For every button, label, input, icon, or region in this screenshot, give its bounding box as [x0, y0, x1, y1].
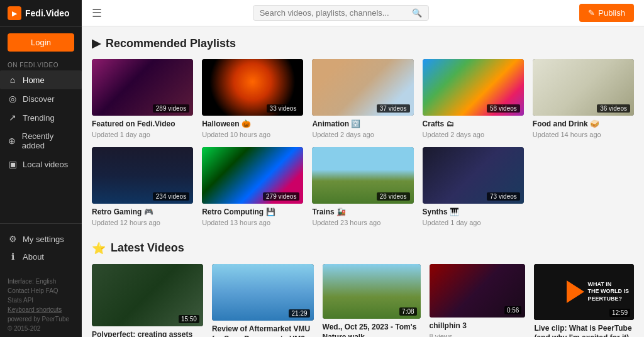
- publish-icon: ✎: [588, 8, 595, 18]
- nav-icon-local-videos: ▣: [8, 159, 18, 169]
- playlist-name-synths: Synths 🎹: [423, 207, 524, 218]
- playlist-card-retrogaming[interactable]: 234 videos Retro Gaming 🎮 Updated 12 hou…: [92, 147, 193, 226]
- playlist-grid: 289 videos Featured on Fedi.Video Update…: [92, 59, 634, 226]
- playlist-card-animation[interactable]: 37 videos Animation 🈳 Updated 2 days ago: [312, 59, 413, 138]
- footer-line4: powered by PeerTube © 2015-202: [8, 314, 74, 333]
- video-card-polyperfect[interactable]: 15:50 Polyperfect: creating assets for a…: [92, 264, 203, 337]
- playlist-thumb-featured: 289 videos: [92, 59, 193, 116]
- playlist-updated-trains: Updated 23 hours ago: [312, 219, 413, 226]
- app-name: Fedi.Video: [25, 8, 70, 18]
- playlist-thumb-trains: 28 videos: [312, 147, 413, 204]
- sidebar-item-recently-added[interactable]: ⊕Recently added: [0, 127, 82, 155]
- playlist-count-featured: 289 videos: [153, 104, 189, 113]
- main-content: ☰ 🔍 ✎ Publish ▶ Recommended Playlists 28…: [82, 0, 644, 337]
- video-card-nature[interactable]: 7:08 Wed., Oct 25, 2023 - Tom's Nature w…: [323, 264, 421, 337]
- login-button[interactable]: Login: [8, 33, 74, 52]
- playlist-card-synths[interactable]: 73 videos Synths 🎹 Updated 1 day ago: [423, 147, 524, 226]
- playlist-updated-animation: Updated 2 days ago: [312, 131, 413, 138]
- topbar: ☰ 🔍 ✎ Publish: [82, 0, 644, 26]
- nav-label-trending: Trending: [23, 113, 55, 123]
- playlist-count-food: 36 videos: [597, 104, 630, 113]
- video-card-peertube[interactable]: WHAT INTHE WORLD ISPEERTUBE? 12:59 Live …: [534, 264, 634, 337]
- playlist-updated-crafts: Updated 2 days ago: [423, 131, 524, 138]
- playlist-thumb-synths: 73 videos: [423, 147, 524, 204]
- playlist-count-animation: 37 videos: [377, 104, 410, 113]
- footer-line1: Interface: English: [8, 277, 74, 286]
- recommended-playlists-title: Recommended Playlists: [106, 37, 236, 50]
- menu-icon[interactable]: ☰: [92, 6, 102, 20]
- playlist-name-trains: Trains 🚂: [312, 207, 413, 218]
- video-duration-peertube: 12:59: [609, 309, 630, 317]
- playlist-name-featured: Featured on Fedi.Video: [92, 119, 193, 130]
- playlist-thumb-retrocomputing: 279 videos: [202, 147, 303, 204]
- playlist-updated-retrocomputing: Updated 13 hours ago: [202, 219, 303, 226]
- playlist-count-crafts: 58 videos: [487, 104, 520, 113]
- playlist-count-halloween: 33 videos: [267, 104, 300, 113]
- sidebar-item-local-videos[interactable]: ▣Local videos: [0, 155, 82, 174]
- nav-icon-home: ⌂: [8, 75, 18, 85]
- playlist-card-trains[interactable]: 28 videos Trains 🚂 Updated 23 hours ago: [312, 147, 413, 226]
- playlist-name-retrocomputing: Retro Computing 💾: [202, 207, 303, 218]
- footer-line3[interactable]: Keyboard shortcuts: [8, 305, 74, 314]
- search-input[interactable]: [260, 8, 408, 18]
- playlist-thumb-retrogaming: 234 videos: [92, 147, 193, 204]
- sidebar-nav: ⌂Home◎Discover↗Trending⊕Recently added▣L…: [0, 70, 82, 174]
- nav-label-home: Home: [23, 75, 45, 85]
- nav-icon-discover: ◎: [8, 94, 18, 104]
- sidebar-bottom-nav: ⚙My settingsℹAbout: [8, 230, 74, 265]
- publish-button[interactable]: ✎ Publish: [579, 4, 634, 22]
- app-logo[interactable]: ▶ Fedi.Video: [0, 0, 82, 27]
- sidebar: ▶ Fedi.Video Login ON FEDI.VIDEO ⌂Home◎D…: [0, 0, 82, 337]
- sidebar-item-discover[interactable]: ◎Discover: [0, 89, 82, 108]
- video-thumb-dreamcast: 21:29: [212, 264, 314, 321]
- search-bar: 🔍: [253, 5, 429, 21]
- nav-icon-recently-added: ⊕: [8, 136, 17, 146]
- bottom-icon-about: ℹ: [8, 251, 18, 262]
- video-card-chilli[interactable]: 0:56 chillphin 3 8 views joe_channel@gre…: [430, 264, 526, 337]
- playlist-card-retrocomputing[interactable]: 279 videos Retro Computing 💾 Updated 13 …: [202, 147, 303, 226]
- video-title-chilli: chillphin 3: [430, 321, 526, 331]
- latest-videos-title: Latest Videos: [111, 241, 184, 255]
- content-area: ▶ Recommended Playlists 289 videos Featu…: [82, 26, 644, 337]
- playlist-name-crafts: Crafts 🗂: [423, 119, 524, 130]
- recommended-playlists-heading: ▶ Recommended Playlists: [92, 36, 634, 50]
- play-icon: ▶: [92, 36, 101, 50]
- playlist-updated-retrogaming: Updated 12 hours ago: [92, 219, 193, 226]
- sidebar-item-about[interactable]: ℹAbout: [8, 248, 74, 265]
- playlist-name-food: Food and Drink 🥪: [533, 119, 634, 130]
- playlist-card-food[interactable]: 36 videos Food and Drink 🥪 Updated 14 ho…: [533, 59, 634, 138]
- search-icon[interactable]: 🔍: [412, 8, 422, 18]
- footer-line2: Contact Help FAQ Stats API: [8, 286, 74, 305]
- video-duration-chilli: 0:56: [504, 306, 521, 314]
- playlist-count-retrogaming: 234 videos: [153, 192, 189, 201]
- sidebar-item-trending[interactable]: ↗Trending: [0, 108, 82, 127]
- star-icon: ⭐: [92, 241, 106, 255]
- playlist-card-featured[interactable]: 289 videos Featured on Fedi.Video Update…: [92, 59, 193, 138]
- playlist-count-retrocomputing: 279 videos: [263, 192, 299, 201]
- playlist-updated-synths: Updated 1 day ago: [423, 219, 524, 226]
- playlist-thumb-food: 36 videos: [533, 59, 634, 116]
- video-card-dreamcast[interactable]: 21:29 Review of Aftermarket VMU for Sega…: [212, 264, 314, 337]
- logo-icon: ▶: [8, 6, 21, 20]
- playlist-thumb-animation: 37 videos: [312, 59, 413, 116]
- video-thumb-chilli: 0:56: [430, 264, 526, 318]
- playlist-card-crafts[interactable]: 58 videos Crafts 🗂 Updated 2 days ago: [423, 59, 524, 138]
- sidebar-footer: Interface: English Contact Help FAQ Stat…: [0, 272, 82, 337]
- nav-label-discover: Discover: [23, 94, 55, 104]
- playlist-name-halloween: Halloween 🎃: [202, 119, 303, 130]
- playlist-card-halloween[interactable]: 33 videos Halloween 🎃 Updated 10 hours a…: [202, 59, 303, 138]
- sidebar-item-my-settings[interactable]: ⚙My settings: [8, 230, 74, 248]
- sidebar-item-home[interactable]: ⌂Home: [0, 70, 82, 89]
- latest-videos-heading: ⭐ Latest Videos: [92, 241, 634, 255]
- nav-label-local-videos: Local videos: [23, 160, 68, 169]
- video-thumb-peertube: WHAT INTHE WORLD ISPEERTUBE? 12:59: [534, 264, 634, 320]
- sidebar-bottom: ⚙My settingsℹAbout: [0, 223, 82, 272]
- video-grid: 15:50 Polyperfect: creating assets for a…: [92, 264, 634, 337]
- sidebar-section-label: ON FEDI.VIDEO: [0, 58, 82, 70]
- playlist-thumb-crafts: 58 videos: [423, 59, 524, 116]
- video-title-nature: Wed., Oct 25, 2023 - Tom's Nature walk: [323, 323, 421, 337]
- nav-label-recently-added: Recently added: [22, 131, 74, 150]
- video-duration-polyperfect: 15:50: [179, 315, 199, 323]
- publish-label: Publish: [598, 8, 625, 18]
- video-thumb-nature: 7:08: [323, 264, 421, 319]
